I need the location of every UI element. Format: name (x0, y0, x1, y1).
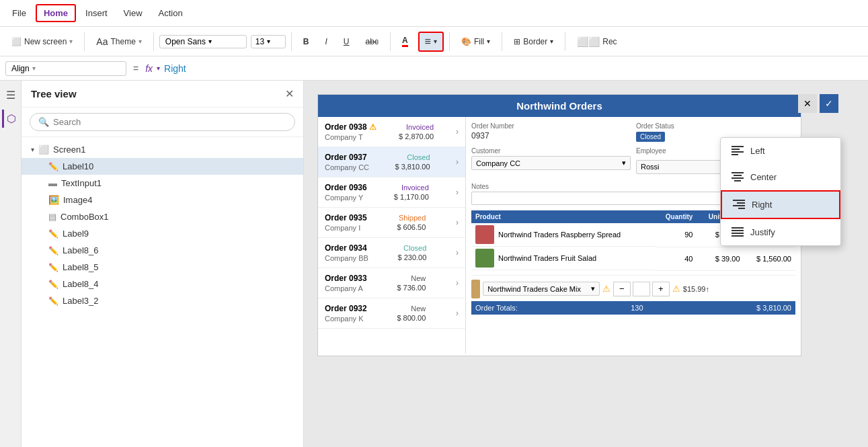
menu-insert[interactable]: Insert (79, 5, 114, 21)
separator-1 (84, 32, 85, 51)
label-icon-9: ✏️ (48, 229, 58, 239)
order-item-0934[interactable]: Order 0934 Company BB Closed $ 230.00 › (318, 238, 465, 268)
cake-price: $15.99↑ (683, 285, 709, 293)
qty-minus[interactable]: − (613, 282, 631, 296)
align-left-option[interactable]: Left (721, 138, 840, 164)
search-box: 🔍 (30, 113, 295, 131)
warning-icon-0938: ⚠ (369, 122, 377, 132)
search-container: 🔍 (22, 108, 303, 137)
product-warning-icon: ⚠ (602, 284, 610, 294)
qty-input[interactable] (633, 282, 650, 296)
close-icon[interactable]: ✕ (285, 87, 294, 100)
tree-item-label8-5[interactable]: ✏️ Label8_5 (22, 259, 303, 276)
theme-chevron: ▾ (139, 38, 142, 45)
search-input[interactable] (53, 117, 286, 127)
canvas-area: Northwind Orders Order 0938 ⚠ Company T (304, 81, 868, 447)
formula-value[interactable]: Right (164, 63, 186, 74)
align-icon: ≡ (425, 36, 431, 48)
tree-item-image4[interactable]: 🖼️ Image4 (22, 192, 303, 208)
align-justify-option[interactable]: Justify (721, 219, 840, 245)
separator-2 (153, 32, 154, 51)
new-screen-button[interactable]: ⬜ New screen ▾ (5, 34, 79, 50)
price-warning-icon: ⚠ (672, 284, 680, 294)
strikethrough-button[interactable]: abc (360, 34, 385, 50)
screen-icon: ⬜ (38, 145, 49, 155)
align-dropdown: Left Center Right Justify (720, 137, 841, 246)
hamburger-icon[interactable]: ☰ (3, 86, 18, 104)
fill-icon: 🎨 (461, 37, 471, 46)
label-icon-8-6: ✏️ (48, 246, 58, 255)
tree-view-panel: Tree view ✕ 🔍 ▾ ⬜ Screen1 ✏️ Label10 (22, 81, 304, 447)
customer-field: Customer Company CC ▾ (471, 147, 631, 177)
label-icon-3-2: ✏️ (48, 296, 58, 306)
order-item-0937[interactable]: Order 0937 Company CC Closed $ 3,810.00 … (318, 147, 465, 177)
border-button[interactable]: ⊞ Border ▾ (508, 34, 559, 50)
new-screen-icon: ⬜ (11, 37, 22, 46)
separator-5 (449, 32, 450, 51)
underline-button[interactable]: U (338, 34, 356, 50)
font-selector[interactable]: Open Sans ▾ (159, 35, 247, 48)
font-color-button[interactable]: A (396, 32, 414, 50)
product-dropdown-icon: ▾ (591, 284, 595, 293)
label-icon-10: ✏️ (48, 162, 58, 171)
customer-select[interactable]: Company CC ▾ (471, 156, 631, 170)
fill-dropdown-arrow: ▾ (487, 38, 490, 45)
tree-item-label9[interactable]: ✏️ Label9 (22, 225, 303, 242)
tree-item-label10[interactable]: ✏️ Label10 (22, 158, 303, 175)
chevron-0933: › (456, 278, 459, 288)
app-title: Northwind Orders (318, 95, 801, 117)
italic-button[interactable]: I (319, 34, 333, 50)
menu-home[interactable]: Home (36, 4, 76, 22)
chevron-0937: › (456, 157, 459, 167)
align-button[interactable]: ≡ ▾ (418, 32, 444, 52)
order-item-0935[interactable]: Order 0935 Company I Shipped $ 606.50 › (318, 208, 465, 238)
menu-action[interactable]: Action (152, 5, 190, 21)
product-thumb-1 (475, 249, 494, 268)
tree-item-label8-4[interactable]: ✏️ Label8_4 (22, 276, 303, 292)
chevron-0932: › (456, 309, 459, 318)
label-icon-8-5: ✏️ (48, 263, 58, 272)
product-thumb-0 (475, 225, 494, 244)
tree-item-label3-2[interactable]: ✏️ Label3_2 (22, 292, 303, 309)
combo-icon-1: ▤ (48, 212, 56, 222)
left-align-icon (732, 145, 744, 157)
tree-item-combobox1[interactable]: ▤ ComboBox1 (22, 208, 303, 225)
tree-view-header: Tree view ✕ (22, 81, 303, 108)
close-frame-icon[interactable]: ✕ (798, 94, 817, 113)
theme-icon: Aa (96, 36, 108, 47)
qty-plus[interactable]: + (652, 282, 670, 296)
tree-item-textinput1[interactable]: ▬ TextInput1 (22, 175, 303, 192)
order-item-0933[interactable]: Order 0933 Company A New $ 736.00 › (318, 268, 465, 298)
align-right-option[interactable]: Right (721, 190, 840, 219)
size-dropdown-arrow: ▾ (267, 38, 270, 45)
tree-item-label8-6[interactable]: ✏️ Label8_6 (22, 242, 303, 259)
font-size-selector[interactable]: 13 ▾ (251, 35, 286, 48)
chevron-0938: › (456, 127, 459, 136)
font-color-icon: A (402, 36, 408, 47)
order-item-0936[interactable]: Order 0936 Company Y Invoiced $ 1,170.00… (318, 177, 465, 208)
order-item-0932[interactable]: Order 0932 Company K New $ 800.00 › (318, 298, 465, 329)
layers-icon[interactable]: ⬡ (2, 110, 19, 128)
check-frame-icon[interactable]: ✓ (820, 94, 838, 113)
order-item-0938[interactable]: Order 0938 ⚠ Company T Invoiced $ 2,870.… (318, 117, 465, 147)
tree-item-screen1[interactable]: ▾ ⬜ Screen1 (22, 141, 303, 158)
frame-controls: ✕ ✓ (798, 94, 838, 113)
menu-file[interactable]: File (5, 5, 33, 21)
new-screen-chevron: ▾ (69, 38, 73, 45)
property-selector[interactable]: Align ▾ (5, 61, 126, 76)
fx-chevron: ▾ (157, 65, 160, 72)
fx-label: fx (145, 63, 153, 74)
main-layout: ☰ ⬡ Tree view ✕ 🔍 ▾ ⬜ Screen1 ✏️ (0, 81, 868, 447)
product-select[interactable]: Northwind Traders Cake Mix ▾ (483, 282, 600, 296)
rec-button[interactable]: ⬜⬜ Rec (571, 33, 623, 50)
product-col-header: Product (471, 210, 655, 223)
theme-button[interactable]: Aa Theme ▾ (90, 33, 147, 50)
fill-button[interactable]: 🎨 Fill ▾ (455, 34, 496, 50)
chevron-0936: › (456, 188, 459, 197)
align-center-option[interactable]: Center (721, 164, 840, 190)
order-number-field: Order Number 0937 (471, 122, 631, 142)
customer-dropdown-icon: ▾ (622, 159, 626, 167)
menu-view[interactable]: View (117, 5, 149, 21)
right-align-icon (733, 198, 745, 211)
bold-button[interactable]: B (297, 34, 315, 50)
